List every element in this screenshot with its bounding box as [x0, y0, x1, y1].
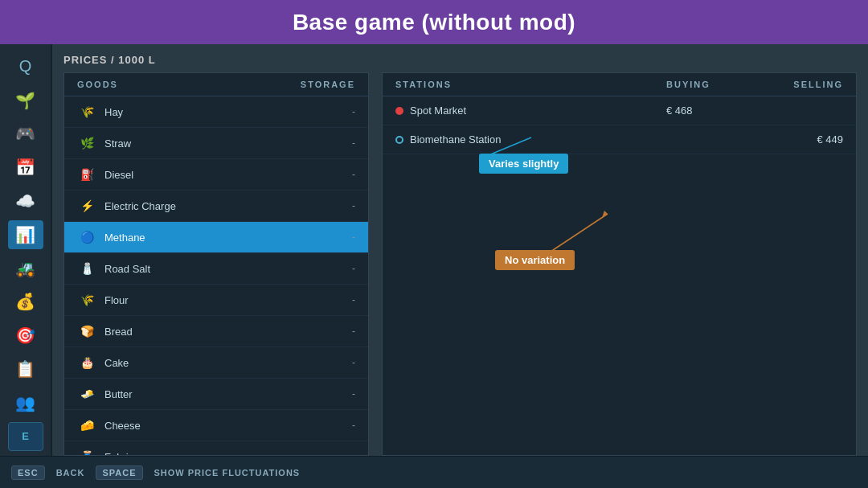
goods-storage: -: [352, 420, 355, 431]
goods-row[interactable]: 🔵Methane-: [64, 222, 368, 253]
goods-icon: 🌾: [77, 102, 96, 121]
goods-icon: 🍞: [77, 322, 96, 341]
goods-name: Cake: [104, 357, 352, 369]
goods-storage: -: [352, 357, 355, 368]
goods-icon: 🧀: [77, 416, 96, 435]
stations-header-label: STATIONS: [395, 80, 666, 89]
goods-icon: 🧈: [77, 384, 96, 404]
goods-panel-header: GOODS STORAGE: [64, 73, 368, 96]
stations-list: Spot Market€ 468Biomethane Station€ 449: [383, 96, 856, 154]
goods-row[interactable]: ⚡Electric Charge-: [64, 191, 368, 222]
sidebar-icon-chart[interactable]: 📊: [8, 220, 43, 249]
goods-icon: ⛽: [77, 165, 96, 184]
stations-panel-header: STATIONS BUYING SELLING: [383, 73, 856, 96]
goods-list[interactable]: 🌾Hay-🌿Straw-⛽Diesel-⚡Electric Charge-🔵Me…: [64, 96, 368, 455]
sidebar: Q 🌱 🎮 📅 ☁️ 📊 🚜 💰 🎯 📋 👥 E: [0, 44, 52, 456]
goods-row[interactable]: 🧂Road Salt-: [64, 253, 368, 285]
goods-name: Fabric: [104, 451, 352, 456]
goods-storage: -: [352, 294, 355, 306]
goods-name: Cheese: [104, 420, 352, 432]
fluctuations-label: SHOW PRICE FLUCTUATIONS: [154, 468, 301, 478]
goods-name: Straw: [104, 137, 352, 150]
goods-row[interactable]: 🌾Hay-: [64, 96, 368, 128]
sidebar-icon-e[interactable]: E: [8, 422, 43, 451]
main-area: Q 🌱 🎮 📅 ☁️ 📊 🚜 💰 🎯 📋 👥 E PRICES / 1000 L…: [0, 44, 868, 456]
sidebar-icon-log[interactable]: 📋: [8, 355, 43, 383]
station-buying: € 468: [666, 105, 763, 117]
callout-no-variation: No variation: [495, 250, 575, 270]
goods-header-label: GOODS: [77, 80, 118, 89]
sidebar-icon-steering[interactable]: 🎮: [8, 120, 43, 149]
goods-icon: 🌿: [77, 133, 96, 153]
sidebar-icon-q[interactable]: Q: [8, 52, 43, 81]
goods-storage: -: [352, 232, 355, 243]
station-name: Biomethane Station: [395, 133, 666, 146]
goods-storage: -: [352, 169, 355, 180]
goods-storage: -: [352, 106, 355, 117]
goods-name: Methane: [104, 232, 352, 244]
sidebar-icon-weather[interactable]: ☁️: [8, 187, 43, 215]
buying-header-label: BUYING: [666, 80, 763, 89]
goods-row[interactable]: 🌿Straw-: [64, 128, 368, 159]
station-row[interactable]: Biomethane Station€ 449: [383, 125, 856, 154]
goods-panel: GOODS STORAGE 🌾Hay-🌿Straw-⛽Diesel-⚡Elect…: [63, 72, 369, 456]
goods-storage: -: [352, 388, 355, 400]
station-dot: [395, 136, 403, 144]
goods-icon: ⚡: [77, 196, 96, 215]
sidebar-icon-plants[interactable]: 🌱: [8, 86, 43, 115]
storage-header-label: STORAGE: [301, 80, 355, 89]
sidebar-icon-tractor[interactable]: 🚜: [8, 254, 43, 283]
sidebar-icon-controller[interactable]: 🎯: [8, 321, 43, 350]
goods-name: Hay: [104, 106, 352, 118]
selling-header-label: SELLING: [763, 80, 843, 89]
station-row[interactable]: Spot Market€ 468: [383, 96, 856, 125]
goods-row[interactable]: ⛽Diesel-: [64, 159, 368, 191]
goods-storage: -: [352, 137, 355, 149]
back-label: BACK: [56, 468, 85, 478]
sidebar-icon-calendar[interactable]: 📅: [8, 153, 43, 182]
svg-marker-2: [602, 211, 608, 218]
goods-icon: 🎂: [77, 353, 96, 372]
goods-icon: 🌾: [77, 290, 96, 310]
goods-storage: -: [352, 200, 355, 211]
goods-name: Flour: [104, 294, 352, 306]
goods-name: Butter: [104, 388, 352, 400]
top-banner: Base game (without mod): [0, 0, 868, 44]
station-name: Spot Market: [395, 105, 666, 117]
esc-key-badge: ESC: [11, 465, 45, 480]
goods-row[interactable]: 🍞Bread-: [64, 316, 368, 347]
goods-name: Electric Charge: [104, 200, 352, 212]
goods-name: Road Salt: [104, 263, 352, 275]
stations-panel: STATIONS BUYING SELLING Spot Market€ 468…: [382, 72, 857, 456]
sidebar-icon-workers[interactable]: 👥: [8, 388, 43, 417]
goods-storage: -: [352, 263, 355, 274]
sidebar-icon-money[interactable]: 💰: [8, 288, 43, 317]
goods-row[interactable]: 🎂Cake-: [64, 347, 368, 379]
goods-icon: 🧂: [77, 259, 96, 278]
goods-storage: -: [352, 451, 355, 455]
page-title: Base game (without mod): [293, 10, 575, 35]
goods-storage: -: [352, 326, 355, 337]
goods-row[interactable]: 🧀Cheese-: [64, 410, 368, 441]
goods-name: Bread: [104, 326, 352, 338]
goods-row[interactable]: 🧵Fabric-: [64, 441, 368, 455]
goods-icon: 🔵: [77, 228, 96, 247]
panels-row: GOODS STORAGE 🌾Hay-🌿Straw-⛽Diesel-⚡Elect…: [63, 72, 857, 456]
station-selling: € 449: [763, 133, 843, 146]
goods-row[interactable]: 🌾Flour-: [64, 285, 368, 316]
space-key-badge: SPACE: [96, 465, 142, 480]
prices-label: PRICES / 1000 L: [63, 54, 857, 66]
bottom-bar: ESC BACK SPACE SHOW PRICE FLUCTUATIONS: [0, 456, 868, 488]
callout-varies: Varies slightly: [479, 154, 568, 174]
goods-icon: 🧵: [77, 447, 96, 455]
station-dot: [395, 107, 403, 115]
goods-name: Diesel: [104, 169, 352, 181]
goods-row[interactable]: 🧈Butter-: [64, 379, 368, 410]
content: PRICES / 1000 L GOODS STORAGE 🌾Hay-🌿Stra…: [52, 44, 868, 456]
